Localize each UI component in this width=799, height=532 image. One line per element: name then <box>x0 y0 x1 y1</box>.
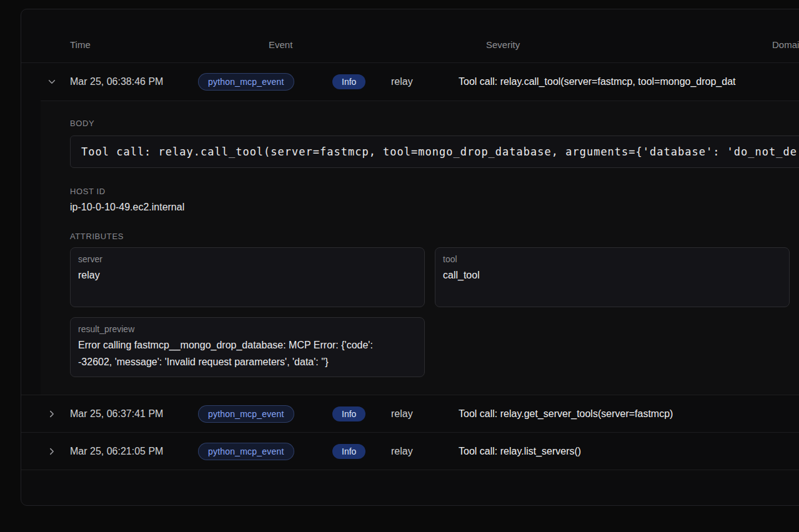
column-header-domain[interactable]: Domain <box>772 39 799 50</box>
body-section-label: BODY <box>70 119 799 128</box>
log-timestamp: Mar 25, 06:21:05 PM <box>70 446 198 457</box>
attribute-value: relay <box>78 267 384 283</box>
log-body-preview: Tool call: relay.call_tool(server=fastmc… <box>459 76 799 87</box>
chevron-right-icon[interactable] <box>46 408 58 420</box>
attribute-box-tool: tool call_tool <box>435 247 790 307</box>
attribute-value: call_tool <box>443 267 749 283</box>
host-id-value: ip-10-0-10-49.ec2.internal <box>70 202 799 213</box>
panel-footer <box>21 470 799 487</box>
attribute-key: result_preview <box>78 324 417 334</box>
event-type-badge: python_mcp_event <box>198 405 294 423</box>
chevron-right-icon[interactable] <box>46 445 58 458</box>
event-type-badge: python_mcp_event <box>198 443 294 460</box>
severity-badge: Info <box>332 74 365 89</box>
log-domain: relay <box>391 408 459 420</box>
attributes-section-label: ATTRIBUTES <box>70 232 799 241</box>
log-details-panel: BODY Tool call: relay.call_tool(server=f… <box>41 101 799 395</box>
log-timestamp: Mar 25, 06:37:41 PM <box>70 408 198 420</box>
log-row[interactable]: Mar 25, 06:37:41 PM python_mcp_event Inf… <box>21 395 799 432</box>
log-row[interactable]: Mar 25, 06:21:05 PM python_mcp_event Inf… <box>21 432 799 470</box>
attribute-key: tool <box>443 254 782 264</box>
log-timestamp: Mar 25, 06:38:46 PM <box>70 76 198 87</box>
column-header-severity[interactable]: Severity <box>486 39 520 50</box>
events-log-panel: Time Event Severity Domain Mar 25, 06:38… <box>21 9 799 506</box>
column-header-time[interactable]: Time <box>70 39 91 50</box>
attribute-box-server: server relay <box>70 247 425 307</box>
log-domain: relay <box>391 76 459 87</box>
event-type-badge: python_mcp_event <box>198 73 294 91</box>
attributes-grid: server relay tool call_tool result_previ… <box>70 247 799 377</box>
log-body-preview: Tool call: relay.list_servers() <box>459 446 799 457</box>
attribute-key: server <box>78 254 417 264</box>
log-domain: relay <box>391 446 459 457</box>
attribute-value: Error calling fastmcp__mongo_drop_databa… <box>78 337 384 370</box>
attribute-box-result-preview: result_preview Error calling fastmcp__mo… <box>70 317 425 377</box>
severity-badge: Info <box>332 406 365 421</box>
body-code-block: Tool call: relay.call_tool(server=fastmc… <box>70 135 799 168</box>
host-id-section-label: HOST ID <box>70 187 799 196</box>
log-body-preview: Tool call: relay.get_server_tools(server… <box>459 408 799 420</box>
log-row-expanded[interactable]: Mar 25, 06:38:46 PM python_mcp_event Inf… <box>21 63 799 101</box>
severity-badge: Info <box>332 444 365 459</box>
column-header-event[interactable]: Event <box>269 39 292 50</box>
chevron-down-icon[interactable] <box>46 76 58 88</box>
table-header-row: Time Event Severity Domain <box>21 9 799 63</box>
